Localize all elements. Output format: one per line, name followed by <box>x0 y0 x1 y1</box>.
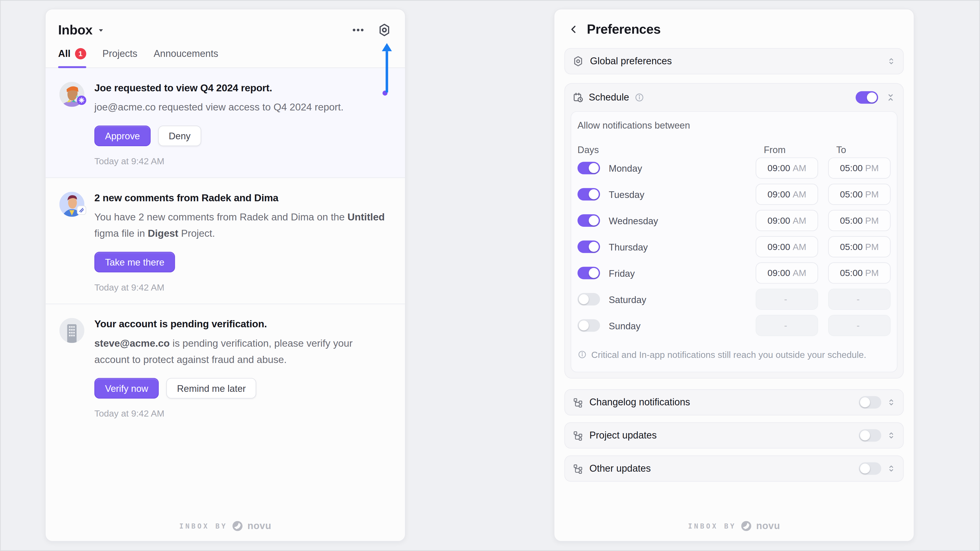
info-icon <box>634 92 644 102</box>
schedule-row-sunday: Sunday - - <box>578 312 891 338</box>
schedule-section: Schedule Allow notifications between Day… <box>564 83 904 379</box>
day-label: Wednesday <box>609 215 756 226</box>
schedule-header: Schedule <box>571 84 897 111</box>
unfold-more-icon <box>887 431 896 440</box>
schedule-row-saturday: Saturday - - <box>578 286 891 313</box>
column-to: To <box>828 144 891 155</box>
day-label: Monday <box>609 163 756 173</box>
wednesday-toggle[interactable] <box>578 214 600 227</box>
approve-button[interactable]: Approve <box>94 125 151 146</box>
schedule-column-headers: Days From To <box>578 144 891 155</box>
novu-logo-icon <box>741 521 751 531</box>
schedule-body: Allow notifications between Days From To… <box>571 111 897 372</box>
wednesday-from-input[interactable]: 09:00AM <box>756 210 818 231</box>
building-avatar-icon <box>59 318 84 343</box>
unread-count-badge: 1 <box>75 48 86 59</box>
back-button[interactable] <box>567 22 581 36</box>
tab-announcements-label: Annoucements <box>154 48 218 59</box>
global-preferences-label: Global preferences <box>590 56 881 67</box>
global-preferences-row[interactable]: Global preferences <box>564 48 904 75</box>
chevron-down-icon <box>97 26 105 34</box>
thursday-from-input[interactable]: 09:00AM <box>756 236 818 257</box>
take-me-there-button[interactable]: Take me there <box>94 252 175 272</box>
sunday-toggle[interactable] <box>578 319 600 332</box>
schedule-row-wednesday: Wednesday 09:00AM 05:00PM <box>578 207 891 233</box>
notification-item-verification[interactable]: Your account is pending verification. st… <box>46 304 405 430</box>
schedule-label: Schedule <box>589 92 629 103</box>
thursday-to-input[interactable]: 05:00PM <box>828 236 891 257</box>
thursday-toggle[interactable] <box>578 241 600 253</box>
other-updates-label: Other updates <box>589 463 853 474</box>
unfold-more-icon <box>887 57 896 65</box>
friday-to-input[interactable]: 05:00PM <box>828 262 891 284</box>
footer-prefix: INBOX BY <box>180 522 228 530</box>
schedule-toggle[interactable] <box>856 91 878 104</box>
changelog-toggle[interactable] <box>859 396 881 409</box>
day-label: Saturday <box>609 294 756 305</box>
tuesday-from-input[interactable]: 09:00AM <box>756 184 818 205</box>
inbox-title-dropdown[interactable]: Inbox <box>58 22 105 38</box>
monday-from-input[interactable]: 09:00AM <box>756 157 818 179</box>
tab-announcements[interactable]: Annoucements <box>154 48 218 68</box>
monday-toggle[interactable] <box>578 162 600 174</box>
inbox-footer-branding: INBOX BY novu <box>46 520 405 532</box>
more-options-button[interactable] <box>350 22 366 38</box>
column-days: Days <box>578 144 756 155</box>
notification-item-new-comments[interactable]: 2 new comments from Radek and Dima You h… <box>46 178 405 304</box>
notification-body: joe@acme.co requested view access to Q4 … <box>94 99 387 116</box>
inbox-tabs: All 1 Projects Annoucements <box>46 48 405 68</box>
schedule-note-text: Critical and In-app notifications still … <box>591 349 866 362</box>
unfold-more-icon <box>887 398 896 407</box>
annotation-arrow-icon <box>381 43 393 92</box>
deny-button[interactable]: Deny <box>158 125 201 146</box>
schedule-row-monday: Monday 09:00AM 05:00PM <box>578 155 891 181</box>
preferences-title: Preferences <box>587 22 661 37</box>
saturday-to-input: - <box>828 289 891 310</box>
tuesday-toggle[interactable] <box>578 188 600 200</box>
preferences-header: Preferences <box>554 10 914 37</box>
schedule-subtitle: Allow notifications between <box>578 120 891 130</box>
schedule-note: Critical and In-app notifications still … <box>578 349 891 362</box>
project-updates-label: Project updates <box>589 430 853 441</box>
screenshot-root: Inbox All <box>0 0 980 551</box>
notification-timestamp: Today at 9:42 AM <box>94 409 390 419</box>
calendar-clock-icon <box>573 92 584 103</box>
unfold-more-icon <box>887 464 896 473</box>
preferences-panel: Preferences Global preferences Schedule <box>554 9 915 541</box>
tab-projects[interactable]: Projects <box>102 48 137 68</box>
verify-now-button[interactable]: Verify now <box>94 378 159 399</box>
notification-content: 2 new comments from Radek and Dima You h… <box>94 192 390 292</box>
tuesday-to-input[interactable]: 05:00PM <box>828 184 891 205</box>
wednesday-to-input[interactable]: 05:00PM <box>828 210 891 231</box>
tab-all-label: All <box>58 48 71 59</box>
figma-badge-icon <box>77 206 86 218</box>
footer-brand: novu <box>756 520 780 532</box>
notification-actions: Verify now Remind me later <box>94 378 390 399</box>
chevron-left-icon <box>568 24 579 35</box>
changelog-notifications-row[interactable]: Changelog notifications <box>564 389 904 416</box>
friday-from-input[interactable]: 09:00AM <box>756 262 818 284</box>
settings-button[interactable] <box>376 22 393 38</box>
friday-toggle[interactable] <box>578 267 600 279</box>
ellipsis-icon <box>351 23 365 37</box>
collapse-icon[interactable] <box>886 92 896 102</box>
other-updates-row[interactable]: Other updates <box>564 455 904 482</box>
notification-timestamp: Today at 9:42 AM <box>94 283 390 292</box>
remind-me-later-button[interactable]: Remind me later <box>166 378 256 399</box>
notification-actions: Take me there <box>94 252 390 272</box>
monday-to-input[interactable]: 05:00PM <box>828 157 891 179</box>
notification-body: You have 2 new comments from Radek and D… <box>94 209 387 241</box>
workflow-icon <box>573 397 583 408</box>
project-updates-toggle[interactable] <box>859 429 881 441</box>
sunday-to-input: - <box>828 315 891 336</box>
saturday-toggle[interactable] <box>578 293 600 306</box>
saturday-from-input: - <box>756 289 818 310</box>
other-updates-toggle[interactable] <box>859 462 881 475</box>
project-updates-row[interactable]: Project updates <box>564 422 904 449</box>
notification-content: Your account is pending verification. st… <box>94 318 390 419</box>
notification-item-access-request[interactable]: Joe requested to view Q4 2024 report. jo… <box>46 68 405 178</box>
workflow-icon <box>573 430 583 441</box>
inbox-header: Inbox <box>46 10 405 38</box>
footer-brand: novu <box>247 520 271 532</box>
tab-all[interactable]: All 1 <box>58 48 86 68</box>
